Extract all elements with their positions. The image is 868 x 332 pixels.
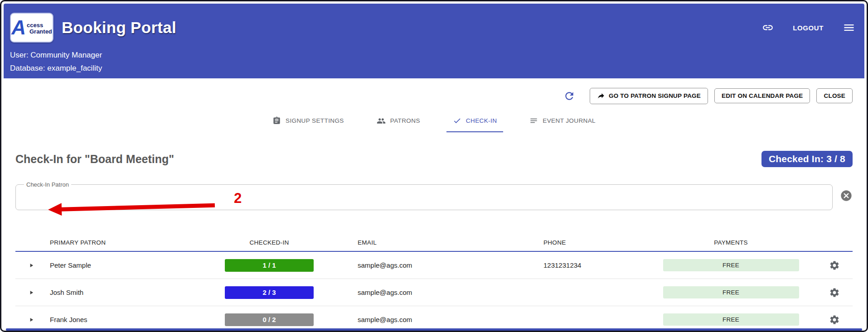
close-button[interactable]: CLOSE (816, 88, 853, 103)
app-header: A ccess Granted Booking Portal LOGOUT (4, 4, 864, 78)
tab-patrons-label: PATRONS (390, 117, 420, 124)
bottom-accent-line (6, 328, 862, 331)
patron-name: Josh Smith (47, 289, 215, 296)
gear-icon[interactable] (828, 313, 841, 326)
logo-letter: A (11, 18, 26, 38)
menu-icon[interactable] (843, 21, 855, 34)
patron-email: sample@ags.com (324, 316, 505, 323)
check-icon (453, 116, 461, 125)
tab-patrons[interactable]: PATRONS (370, 112, 427, 132)
patron-name: Frank Jones (47, 316, 215, 323)
toolbar: GO TO PATRON SIGNUP PAGE EDIT ON CALENDA… (15, 87, 853, 105)
patron-email: sample@ags.com (324, 261, 505, 269)
user-line: User: Community Manager (10, 51, 855, 60)
checked-in-count-badge: Checked In: 3 / 8 (761, 151, 853, 167)
app-window: A ccess Granted Booking Portal LOGOUT (0, 0, 868, 332)
checked-in-badge: 2 / 3 (225, 286, 314, 299)
gear-icon[interactable] (828, 286, 841, 299)
patron-table: PRIMARY PATRON CHECKED-IN EMAIL PHONE PA… (15, 234, 853, 332)
payment-badge: FREE (663, 259, 799, 271)
list-icon (529, 116, 538, 125)
logo-word-top: ccess (27, 22, 52, 29)
patron-name: Peter Sample (47, 261, 215, 269)
go-to-patron-signup-button[interactable]: GO TO PATRON SIGNUP PAGE (590, 88, 708, 104)
check-in-patron-label: Check-In Patron (24, 181, 71, 188)
logo-word-bottom: Granted (29, 29, 52, 35)
edit-on-calendar-label: EDIT ON CALENDAR PAGE (722, 92, 803, 99)
access-granted-logo: A ccess Granted (10, 13, 53, 43)
tab-check-in-label: CHECK-IN (466, 117, 497, 124)
refresh-icon[interactable] (563, 90, 575, 102)
tab-check-in[interactable]: CHECK-IN (446, 112, 503, 132)
check-in-patron-field[interactable]: Check-In Patron (15, 181, 833, 210)
check-in-patron-input[interactable] (21, 188, 827, 202)
expand-row-icon[interactable] (26, 315, 36, 325)
tab-bar: SIGNUP SETTINGS PATRONS CHECK-IN EVENT J… (15, 112, 853, 132)
payment-badge: FREE (663, 313, 799, 326)
column-header-checked-in: CHECKED-IN (215, 239, 324, 246)
tab-event-journal[interactable]: EVENT JOURNAL (523, 112, 602, 132)
table-row: Josh Smith 2 / 3 sample@ags.com FREE (15, 279, 853, 306)
cancel-icon[interactable] (840, 189, 853, 202)
check-in-input-row: Check-In Patron 2 (15, 181, 853, 210)
expand-row-icon[interactable] (26, 288, 36, 298)
clipboard-icon (272, 116, 281, 125)
expand-row-icon[interactable] (26, 260, 36, 270)
patron-phone: 1231231234 (505, 261, 645, 269)
logout-button[interactable]: LOGOUT (790, 24, 826, 32)
page-title: Check-In for "Board Meeting" (15, 153, 174, 166)
app-title: Booking Portal (62, 19, 176, 37)
table-header-row: PRIMARY PATRON CHECKED-IN EMAIL PHONE PA… (15, 234, 853, 252)
tab-event-journal-label: EVENT JOURNAL (543, 117, 596, 124)
main-content: GO TO PATRON SIGNUP PAGE EDIT ON CALENDA… (4, 87, 864, 332)
checked-in-badge: 1 / 1 (225, 259, 314, 272)
redirect-arrow-icon (597, 92, 605, 100)
people-icon (377, 116, 386, 125)
table-row: Peter Sample 1 / 1 sample@ags.com 123123… (15, 252, 853, 279)
close-label: CLOSE (824, 92, 845, 99)
link-icon[interactable] (762, 22, 774, 34)
column-header-primary-patron: PRIMARY PATRON (47, 239, 215, 246)
patron-email: sample@ags.com (324, 289, 505, 296)
payment-badge: FREE (663, 286, 799, 298)
column-header-phone: PHONE (505, 239, 645, 246)
column-header-email: EMAIL (324, 239, 505, 246)
tab-signup-settings-label: SIGNUP SETTINGS (286, 117, 344, 124)
gear-icon[interactable] (828, 259, 841, 272)
database-line: Database: example_facility (10, 64, 855, 73)
column-header-payments: PAYMENTS (645, 239, 816, 246)
edit-on-calendar-button[interactable]: EDIT ON CALENDAR PAGE (714, 88, 810, 103)
checked-in-badge: 0 / 2 (225, 313, 314, 326)
go-to-patron-signup-label: GO TO PATRON SIGNUP PAGE (609, 92, 701, 99)
tab-signup-settings[interactable]: SIGNUP SETTINGS (266, 112, 350, 132)
